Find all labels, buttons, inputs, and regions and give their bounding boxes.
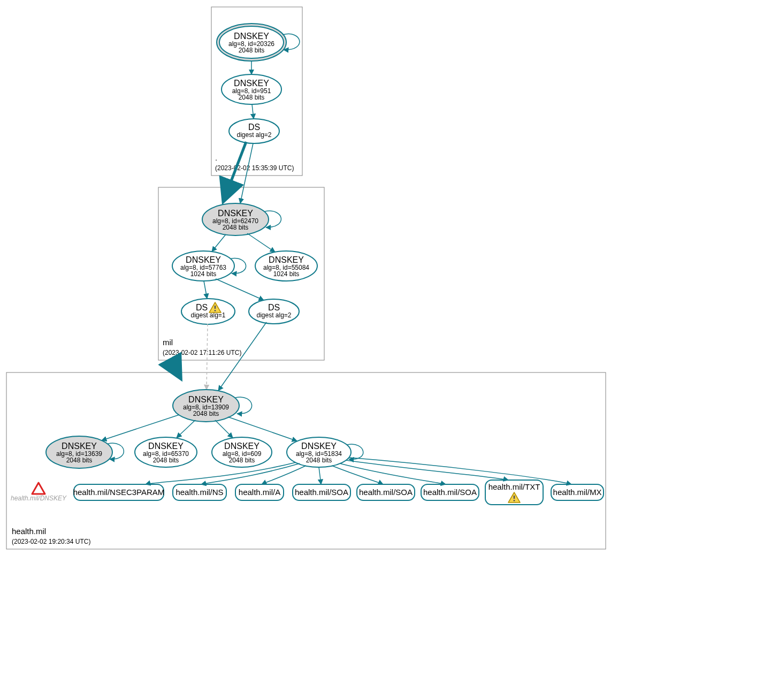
record-soa3[interactable]: health.mil/SOA bbox=[421, 484, 479, 500]
node-mil-ds1[interactable]: DS digest alg=1 bbox=[181, 299, 235, 324]
svg-text:digest alg=2: digest alg=2 bbox=[256, 311, 291, 319]
ds-label: DS bbox=[248, 123, 260, 132]
svg-text:health.mil/NSEC3PARAM: health.mil/NSEC3PARAM bbox=[73, 488, 165, 497]
dnskey-label: DNSKEY bbox=[218, 209, 253, 218]
node-root-ksk[interactable]: DNSKEY alg=8, id=20326 2048 bits bbox=[217, 24, 286, 61]
svg-text:2048 bits: 2048 bits bbox=[229, 456, 255, 464]
zone-name-root: . bbox=[215, 153, 217, 162]
ds-label: DS bbox=[268, 303, 280, 312]
edge bbox=[215, 420, 233, 438]
error-dnskey[interactable]: health.mil/DNSKEY bbox=[11, 483, 67, 502]
edge bbox=[102, 415, 179, 440]
edge bbox=[247, 233, 275, 252]
edge bbox=[216, 279, 264, 300]
record-soa1[interactable]: health.mil/SOA bbox=[293, 484, 350, 500]
dnskey-label: DNSKEY bbox=[148, 442, 184, 451]
node-health-k3[interactable]: DNSKEY alg=8, id=609 2048 bits bbox=[212, 437, 272, 467]
dnskey-label: DNSKEY bbox=[188, 395, 224, 404]
edge bbox=[212, 234, 226, 252]
node-health-ksk[interactable]: DNSKEY alg=8, id=13909 2048 bits bbox=[173, 390, 239, 422]
svg-text:health.mil/SOA: health.mil/SOA bbox=[359, 488, 413, 497]
edge bbox=[252, 104, 254, 119]
svg-text:1024 bits: 1024 bits bbox=[190, 270, 217, 278]
ds-label: DS bbox=[196, 303, 208, 312]
svg-text:2048 bits: 2048 bits bbox=[153, 456, 179, 464]
dnskey-label: DNSKEY bbox=[301, 442, 337, 451]
record-mx[interactable]: health.mil/MX bbox=[551, 484, 604, 500]
svg-text:health.mil/A: health.mil/A bbox=[239, 488, 280, 497]
record-a[interactable]: health.mil/A bbox=[235, 484, 284, 500]
svg-text:health.mil/SOA: health.mil/SOA bbox=[423, 488, 477, 497]
node-health-k2[interactable]: DNSKEY alg=8, id=65370 2048 bits bbox=[135, 437, 197, 467]
record-ns[interactable]: health.mil/NS bbox=[173, 484, 226, 500]
dnskey-label: DNSKEY bbox=[224, 442, 259, 451]
edge-dashed bbox=[207, 324, 208, 390]
node-health-k4[interactable]: DNSKEY alg=8, id=51834 2048 bits bbox=[287, 437, 351, 467]
zone-name-health: health.mil bbox=[12, 527, 46, 536]
svg-text:health.mil/TXT: health.mil/TXT bbox=[488, 482, 540, 491]
svg-text:health.mil/DNSKEY: health.mil/DNSKEY bbox=[11, 494, 67, 502]
svg-text:health.mil/NS: health.mil/NS bbox=[175, 488, 223, 497]
record-soa2[interactable]: health.mil/SOA bbox=[357, 484, 415, 500]
record-nsec3param[interactable]: health.mil/NSEC3PARAM bbox=[73, 484, 165, 500]
svg-text:health.mil/MX: health.mil/MX bbox=[553, 488, 602, 497]
edge bbox=[332, 466, 383, 484]
edge bbox=[177, 420, 195, 438]
edge bbox=[204, 281, 207, 299]
dnskey-label: DNSKEY bbox=[234, 32, 269, 41]
node-mil-ds2[interactable]: DS digest alg=2 bbox=[249, 299, 299, 324]
node-mil-ksk[interactable]: DNSKEY alg=8, id=62470 2048 bits bbox=[202, 203, 269, 235]
svg-text:2048 bits: 2048 bits bbox=[239, 47, 265, 54]
svg-text:health.mil/SOA: health.mil/SOA bbox=[295, 488, 348, 497]
node-mil-zsk2[interactable]: DNSKEY alg=8, id=55084 1024 bits bbox=[255, 251, 317, 281]
dnskey-label: DNSKEY bbox=[269, 255, 304, 264]
record-txt[interactable]: health.mil/TXT bbox=[485, 480, 543, 505]
svg-text:2048 bits: 2048 bits bbox=[306, 456, 332, 464]
dnskey-label: DNSKEY bbox=[186, 255, 221, 264]
zone-time-health: (2023-02-02 19:20:34 UTC) bbox=[12, 538, 90, 545]
node-root-zsk[interactable]: DNSKEY alg=8, id=951 2048 bits bbox=[222, 74, 281, 104]
svg-text:1024 bits: 1024 bits bbox=[273, 270, 300, 278]
edge bbox=[218, 322, 266, 391]
zone-time-root: (2023-02-02 15:35:39 UTC) bbox=[215, 164, 294, 172]
node-health-k1[interactable]: DNSKEY alg=8, id=13639 2048 bits bbox=[46, 436, 112, 468]
node-mil-zsk1[interactable]: DNSKEY alg=8, id=57763 1024 bits bbox=[172, 251, 234, 281]
dnskey-label: DNSKEY bbox=[62, 442, 97, 451]
svg-text:2048 bits: 2048 bits bbox=[223, 224, 249, 231]
dnskey-label: DNSKEY bbox=[234, 79, 269, 88]
zone-name-mil: mil bbox=[163, 338, 173, 347]
svg-text:2048 bits: 2048 bits bbox=[193, 410, 219, 417]
zone-time-mil: (2023-02-02 17:11:26 UTC) bbox=[163, 349, 241, 356]
svg-text:2048 bits: 2048 bits bbox=[66, 456, 93, 464]
node-root-ds[interactable]: DS digest alg=2 bbox=[229, 119, 279, 143]
edge-delegation bbox=[170, 359, 180, 378]
edge bbox=[319, 467, 321, 484]
svg-text:digest alg=2: digest alg=2 bbox=[236, 131, 271, 139]
svg-text:2048 bits: 2048 bits bbox=[239, 94, 265, 101]
